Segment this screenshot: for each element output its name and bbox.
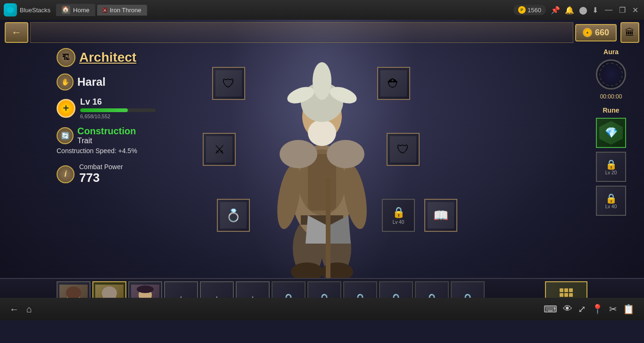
game-header: ← + 660 🏛 [0, 20, 644, 45]
home-tab[interactable]: 🏠 Home [56, 4, 95, 16]
svg-point-14 [308, 120, 336, 146]
level-text: Lv 16 [80, 97, 156, 107]
window-controls: — ❐ ✕ [603, 6, 640, 15]
equip-slot-chest[interactable]: 🛡 [212, 67, 245, 100]
taskbar-cut-btn[interactable]: ✂ [609, 303, 617, 315]
rune-gem: 💎 [599, 121, 623, 145]
rune-lock-level-2: Lv 40 [605, 204, 617, 209]
rune-slot-2-locked[interactable]: 🔒 Lv 20 [596, 152, 626, 182]
taskbar-fullscreen-btn[interactable]: ⤢ [578, 303, 586, 315]
hero-title-text: Architect [79, 50, 136, 65]
gold-display: + 660 [575, 24, 617, 41]
coins-display: P 1560 [513, 5, 546, 15]
rune-lock-icon-2: 🔒 [605, 193, 617, 204]
trait-sub: Trait [77, 137, 92, 145]
combat-power-row: i Combat Power 773 [57, 163, 189, 185]
game-tab-label: Iron Throne [110, 7, 141, 14]
combat-power-info: Combat Power 773 [79, 163, 123, 185]
equip-slot-offhand[interactable]: 🛡 [387, 133, 420, 166]
xp-bar [80, 108, 128, 112]
pin-icon[interactable]: 📌 [551, 6, 560, 15]
bank-button[interactable]: 🏛 [620, 22, 639, 43]
coins-amount: 1560 [528, 7, 541, 14]
taskbar: ← ⌂ ⌨ 👁 ⤢ 📍 ✂ 📋 [0, 298, 644, 320]
rune-slot-3-locked[interactable]: 🔒 Lv 40 [596, 186, 626, 216]
close-btn[interactable]: ✕ [630, 6, 640, 15]
right-panel: Aura 00:00:00 Rune 💎 🔒 Lv 20 🔒 Lv 40 [587, 48, 635, 216]
home-tab-label: Home [73, 7, 90, 14]
bluestacks-name: BlueStacks [20, 7, 50, 14]
trait-icon: 🔄 [57, 127, 74, 144]
skill-item: 📖 [428, 202, 454, 229]
combat-power-value: 773 [79, 171, 123, 185]
download-icon[interactable]: ⬇ [592, 6, 598, 15]
game-tab-icon: ⚔ [103, 8, 107, 13]
offhand-item: 🛡 [390, 136, 416, 163]
home-tab-icon: 🏠 [62, 6, 70, 14]
svg-point-18 [313, 62, 331, 100]
weapon-item: ⚔ [206, 136, 232, 163]
game-tab[interactable]: ⚔ Iron Throne [97, 5, 147, 16]
trait-info: Construction Trait [77, 126, 136, 145]
svg-point-30 [137, 286, 154, 293]
titlebar-right: P 1560 📌 🔔 ⬤ ⬇ — ❐ ✕ [513, 5, 640, 15]
rune-slot-1[interactable]: 💎 [596, 118, 626, 148]
taskbar-right: ⌨ 👁 ⤢ 📍 ✂ 📋 [544, 303, 635, 315]
hero-level-row: + Lv 16 6,658/10,552 [57, 97, 189, 119]
hero-name-icon: ✋ [57, 74, 74, 90]
lock-level-1: Lv 40 [393, 220, 404, 225]
taskbar-location-btn[interactable]: 📍 [592, 303, 603, 315]
equip-slot-weapon[interactable]: ⚔ [203, 133, 236, 166]
svg-point-12 [327, 140, 364, 168]
gold-amount: 660 [595, 28, 609, 38]
coin-icon: P [518, 6, 526, 14]
bell-icon[interactable]: 🔔 [565, 6, 574, 15]
trait-description: Construction Speed: +4.5% [57, 147, 189, 155]
chest-item: 🛡 [215, 70, 242, 97]
helm-item: ⛑ [380, 70, 407, 97]
gold-plus-icon[interactable]: + [583, 28, 592, 37]
combat-power-label: Combat Power [79, 163, 123, 171]
svg-point-11 [280, 140, 317, 168]
rune-label: Rune [603, 106, 619, 114]
left-panel: 🏗 Architect ✋ Haral + Lv 16 6,658/10,552… [57, 48, 189, 185]
bluestacks-logo: BlueStacks [4, 3, 50, 16]
trait-name: Construction [77, 126, 136, 136]
taskbar-keyboard-btn[interactable]: ⌨ [544, 303, 557, 315]
xp-text: 6,658/10,552 [80, 114, 156, 119]
aura-timer: 00:00:00 [600, 93, 622, 100]
game-area: ← + 660 🏛 [0, 20, 644, 320]
ring-item: 💍 [220, 202, 247, 229]
level-up-button[interactable]: + [57, 99, 75, 118]
svg-rect-19 [326, 178, 330, 281]
equip-slot-ring[interactable]: 💍 [217, 199, 250, 232]
lock-icon-1: 🔒 [392, 206, 405, 219]
taskbar-back-btn[interactable]: ← [9, 304, 19, 315]
taskbar-home-btn[interactable]: ⌂ [26, 304, 32, 315]
trait-row: 🔄 Construction Trait [57, 126, 189, 145]
hero-svg [256, 41, 388, 281]
aura-slot[interactable] [596, 59, 626, 90]
titlebar: BlueStacks 🏠 Home ⚔ Iron Throne P 1560 📌… [0, 0, 644, 20]
equip-slot-skill[interactable]: 📖 [424, 199, 457, 232]
taskbar-view-btn[interactable]: 👁 [563, 303, 572, 315]
minimize-btn[interactable]: — [603, 6, 614, 15]
svg-marker-0 [7, 7, 14, 13]
info-icon[interactable]: i [57, 165, 74, 183]
equip-slot-helm[interactable]: ⛑ [377, 67, 410, 100]
architect-icon: 🏗 [57, 48, 75, 67]
xp-bar-container [80, 108, 156, 112]
aura-label: Aura [603, 48, 619, 56]
camera-icon[interactable]: ⬤ [579, 6, 587, 15]
equip-slot-locked-1[interactable]: 🔒 Lv 40 [382, 199, 415, 232]
header-divider [30, 22, 573, 43]
hero-name: Haral [77, 75, 106, 89]
restore-btn[interactable]: ❐ [617, 6, 627, 15]
aura-inner [599, 63, 623, 86]
hero-name-row: ✋ Haral [57, 74, 189, 90]
rune-lock-icon-1: 🔒 [605, 159, 617, 170]
hero-title-row: 🏗 Architect [57, 48, 189, 67]
rune-lock-level-1: Lv 20 [605, 170, 617, 175]
taskbar-paste-btn[interactable]: 📋 [623, 303, 635, 315]
back-button[interactable]: ← [5, 22, 28, 43]
